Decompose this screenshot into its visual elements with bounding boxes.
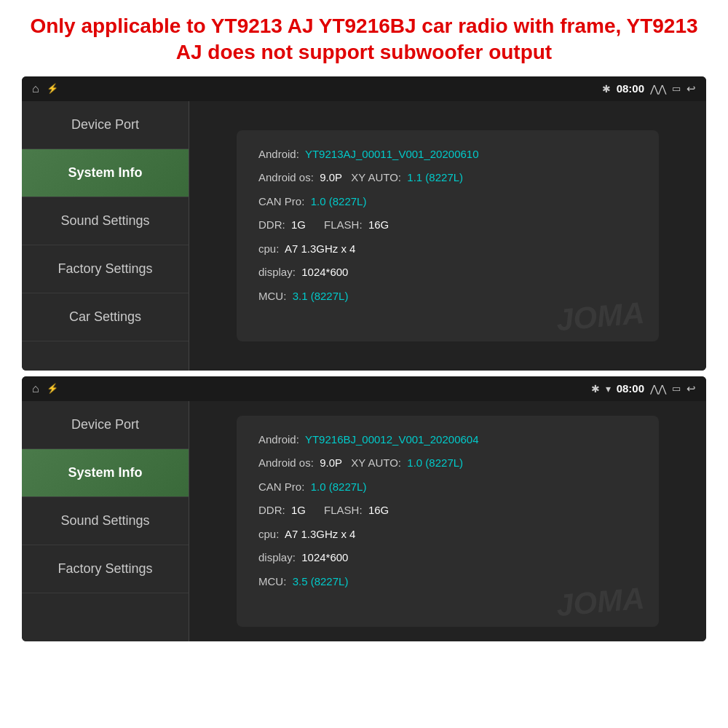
wifi-icon-2: ▾ [606, 383, 611, 395]
sidebar-1: Device Port System Info Sound Settings F… [22, 101, 189, 371]
main-content-1: Android: YT9213AJ_00011_V001_20200610 An… [189, 101, 706, 371]
status-right-1: ✱ 08:00 ⋀⋀ ▭ ↩ [602, 82, 696, 95]
sidebar-item-sound-settings-2[interactable]: Sound Settings [22, 497, 189, 545]
mcu-row-1: MCU: 3.1 (8227L) [258, 288, 637, 305]
can-pro-row-1: CAN Pro: 1.0 (8227L) [258, 194, 637, 210]
android-row-1: Android: YT9213AJ_00011_V001_20200610 [258, 146, 637, 163]
ddr-row-2: DDR: 1G FLASH: 16G [258, 502, 637, 519]
android-os-row-1: Android os: 9.0P XY AUTO: 1.1 (8227L) [258, 170, 637, 186]
android-os-label-1: Android os: [258, 171, 314, 183]
sidebar-item-device-port-2[interactable]: Device Port [22, 401, 189, 449]
mcu-row-2: MCU: 3.5 (8227L) [258, 574, 637, 590]
display-row-1: display: 1024*600 [258, 264, 637, 281]
android-label-1: Android: [258, 148, 299, 160]
sidebar-item-sound-settings-1[interactable]: Sound Settings [22, 197, 189, 245]
status-right-2: ✱ ▾ 08:00 ⋀⋀ ▭ ↩ [591, 382, 696, 395]
time-2: 08:00 [617, 382, 644, 395]
screen-body-2: Device Port System Info Sound Settings F… [22, 401, 706, 641]
status-bar-2: ⌂ ⚡ ✱ ▾ 08:00 ⋀⋀ ▭ ↩ [22, 376, 706, 401]
cpu-row-2: cpu: A7 1.3GHz x 4 [258, 526, 637, 543]
home-icon-1: ⌂ [32, 82, 39, 95]
android-os-value-1: 9.0P [320, 171, 342, 183]
display-row-2: display: 1024*600 [258, 550, 637, 566]
screen2: ⌂ ⚡ ✱ ▾ 08:00 ⋀⋀ ▭ ↩ Device Port System … [22, 376, 706, 641]
ddr-row-1: DDR: 1G FLASH: 16G [258, 217, 637, 234]
android-row-2: Android: YT9216BJ_00012_V001_20200604 [258, 432, 637, 448]
window-icon-2: ▭ [672, 383, 681, 394]
info-panel-2: Android: YT9216BJ_00012_V001_20200604 An… [237, 416, 659, 627]
android-os-row-2: Android os: 9.0P XY AUTO: 1.0 (8227L) [258, 455, 637, 472]
nav-icon-1: ⋀⋀ [650, 83, 666, 95]
sidebar-item-factory-settings-2[interactable]: Factory Settings [22, 545, 189, 593]
screen1: ⌂ ⚡ ✱ 08:00 ⋀⋀ ▭ ↩ Device Port System In… [22, 76, 706, 371]
sidebar-item-car-settings-1[interactable]: Car Settings [22, 293, 189, 341]
nav-icon-2: ⋀⋀ [650, 383, 666, 395]
time-1: 08:00 [617, 82, 644, 95]
sidebar-item-factory-settings-1[interactable]: Factory Settings [22, 245, 189, 293]
bt-icon-1: ✱ [602, 83, 611, 95]
window-icon-1: ▭ [672, 83, 681, 94]
screen-body-1: Device Port System Info Sound Settings F… [22, 101, 706, 371]
sidebar-item-system-info-2[interactable]: System Info [22, 449, 189, 497]
android-value-1: YT9213AJ_00011_V001_20200610 [305, 148, 479, 160]
status-bar-1: ⌂ ⚡ ✱ 08:00 ⋀⋀ ▭ ↩ [22, 76, 706, 101]
usb-icon-1: ⚡ [47, 83, 58, 94]
back-icon-2: ↩ [687, 382, 696, 395]
status-left-2: ⌂ ⚡ [32, 382, 58, 395]
bt-icon-2: ✱ [591, 383, 600, 395]
home-icon-2: ⌂ [32, 382, 39, 395]
status-left-1: ⌂ ⚡ [32, 82, 58, 95]
usb-icon-2: ⚡ [47, 383, 58, 394]
sidebar-2: Device Port System Info Sound Settings F… [22, 401, 189, 641]
cpu-row-1: cpu: A7 1.3GHz x 4 [258, 241, 637, 258]
sidebar-item-system-info-1[interactable]: System Info [22, 149, 189, 197]
info-panel-1: Android: YT9213AJ_00011_V001_20200610 An… [237, 130, 659, 341]
header-text: Only applicable to YT9213 AJ YT9216BJ ca… [0, 0, 728, 76]
can-pro-row-2: CAN Pro: 1.0 (8227L) [258, 479, 637, 496]
sidebar-item-device-port-1[interactable]: Device Port [22, 101, 189, 149]
back-icon-1: ↩ [687, 82, 696, 95]
main-content-2: Android: YT9216BJ_00012_V001_20200604 An… [189, 401, 706, 641]
